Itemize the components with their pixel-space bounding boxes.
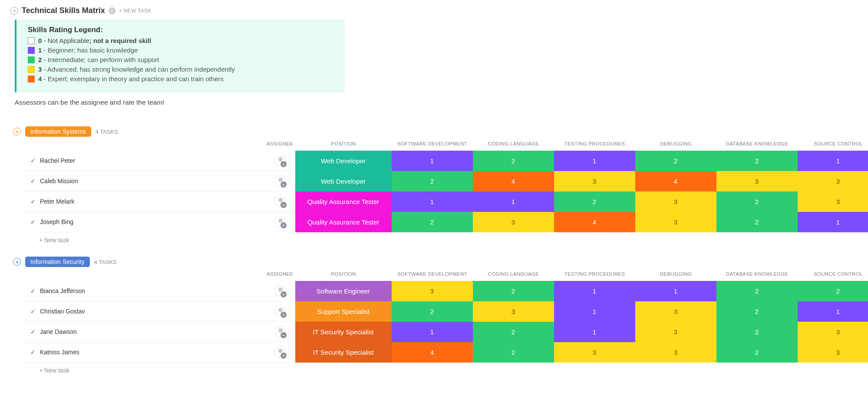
assignee-cell[interactable] — [265, 281, 295, 301]
task-row[interactable]: ✓Jane Dawson — [22, 322, 265, 342]
rating-cell[interactable]: 2 — [716, 281, 798, 301]
task-row[interactable]: ✓Bianca Jefferson — [22, 281, 265, 301]
column-header[interactable]: SOURCE CONTROL — [798, 138, 868, 151]
column-header[interactable]: SOFTWARE DEVELOPMENT — [392, 268, 473, 281]
rating-cell[interactable]: 2 — [473, 322, 554, 342]
assignee-add-icon[interactable] — [274, 346, 286, 358]
rating-cell[interactable]: 3 — [635, 301, 716, 322]
column-header[interactable]: ASSIGNEE — [265, 268, 295, 281]
assignee-add-icon[interactable] — [274, 196, 286, 207]
rating-cell[interactable]: 2 — [716, 212, 798, 232]
rating-cell[interactable]: 1 — [554, 301, 635, 322]
position-cell[interactable]: Software Engineer — [295, 281, 392, 301]
rating-cell[interactable]: 2 — [392, 301, 473, 322]
column-header[interactable] — [22, 138, 265, 151]
rating-cell[interactable]: 2 — [798, 281, 868, 301]
section-collapse-toggle[interactable]: ▾ — [10, 7, 18, 15]
rating-cell[interactable]: 2 — [392, 212, 473, 232]
column-header[interactable]: DATABASE KNOWLEDGE — [716, 138, 798, 151]
position-cell[interactable]: IT Security Specialist — [295, 342, 392, 363]
assignee-cell[interactable] — [265, 342, 295, 363]
rating-cell[interactable]: 2 — [473, 342, 554, 363]
rating-cell[interactable]: 3 — [554, 342, 635, 363]
rating-cell[interactable]: 1 — [554, 281, 635, 301]
rating-cell[interactable]: 4 — [635, 171, 716, 191]
column-header[interactable]: POSITION — [295, 138, 392, 151]
rating-cell[interactable]: 2 — [716, 191, 798, 212]
task-row[interactable]: ✓Peter Melark — [22, 191, 265, 212]
position-cell[interactable]: Web Developer — [295, 151, 392, 171]
rating-cell[interactable]: 4 — [554, 212, 635, 232]
rating-cell[interactable]: 3 — [798, 342, 868, 363]
rating-cell[interactable]: 3 — [635, 212, 716, 232]
rating-cell[interactable]: 2 — [473, 281, 554, 301]
task-row[interactable]: ✓Christian Gostav — [22, 301, 265, 322]
rating-cell[interactable]: 3 — [635, 191, 716, 212]
assignee-add-icon[interactable] — [274, 155, 286, 166]
assignee-add-icon[interactable] — [274, 175, 286, 187]
assignee-add-icon[interactable] — [274, 326, 286, 337]
rating-cell[interactable]: 1 — [392, 191, 473, 212]
assignee-cell[interactable] — [265, 171, 295, 191]
rating-cell[interactable]: 3 — [635, 342, 716, 363]
rating-cell[interactable]: 2 — [716, 301, 798, 322]
rating-cell[interactable]: 1 — [798, 212, 868, 232]
rating-cell[interactable]: 3 — [473, 212, 554, 232]
column-header[interactable]: SOURCE CONTROL — [798, 268, 868, 281]
rating-cell[interactable]: 3 — [554, 171, 635, 191]
rating-cell[interactable]: 4 — [473, 171, 554, 191]
task-row[interactable]: ✓Katniss James — [22, 342, 265, 363]
new-task-row[interactable]: + New task — [22, 232, 868, 245]
group-pill[interactable]: Information Security — [25, 257, 90, 267]
column-header[interactable]: TESTING PROCEDURES — [554, 138, 635, 151]
column-header[interactable]: TESTING PROCEDURES — [554, 268, 635, 281]
column-header[interactable]: DEBUGGING — [635, 138, 716, 151]
rating-cell[interactable]: 4 — [392, 342, 473, 363]
rating-cell[interactable]: 3 — [798, 322, 868, 342]
rating-cell[interactable]: 1 — [473, 191, 554, 212]
rating-cell[interactable]: 3 — [473, 301, 554, 322]
position-cell[interactable]: Web Developer — [295, 171, 392, 191]
rating-cell[interactable]: 1 — [554, 151, 635, 171]
column-header[interactable]: SOFTWARE DEVELOPMENT — [392, 138, 473, 151]
group-collapse-toggle[interactable]: ▾ — [13, 258, 21, 266]
rating-cell[interactable]: 2 — [473, 151, 554, 171]
rating-cell[interactable]: 1 — [798, 151, 868, 171]
assignee-cell[interactable] — [265, 151, 295, 171]
task-row[interactable]: ✓Caleb Mission — [22, 171, 265, 191]
rating-cell[interactable]: 3 — [798, 191, 868, 212]
column-header[interactable] — [22, 268, 265, 281]
new-task-button[interactable]: + NEW TASK — [119, 8, 152, 14]
rating-cell[interactable]: 3 — [716, 171, 798, 191]
rating-cell[interactable]: 3 — [392, 281, 473, 301]
task-row[interactable]: ✓Rachel Peter — [22, 151, 265, 171]
rating-cell[interactable]: 1 — [392, 322, 473, 342]
task-row[interactable]: ✓Joseph Bing — [22, 212, 265, 232]
rating-cell[interactable]: 2 — [554, 191, 635, 212]
column-header[interactable]: DATABASE KNOWLEDGE — [716, 268, 798, 281]
rating-cell[interactable]: 2 — [635, 151, 716, 171]
rating-cell[interactable]: 2 — [392, 171, 473, 191]
column-header[interactable]: POSITION — [295, 268, 392, 281]
new-task-row[interactable]: + New task — [22, 363, 868, 376]
column-header[interactable]: DEBUGGING — [635, 268, 716, 281]
rating-cell[interactable]: 2 — [716, 322, 798, 342]
assignee-cell[interactable] — [265, 191, 295, 212]
column-header[interactable]: ASSIGNEE — [265, 138, 295, 151]
rating-cell[interactable]: 3 — [798, 171, 868, 191]
column-header[interactable]: CODING LANGUAGE — [473, 268, 554, 281]
info-icon[interactable]: i — [109, 7, 116, 14]
position-cell[interactable]: Support Specialist — [295, 301, 392, 322]
rating-cell[interactable]: 2 — [716, 151, 798, 171]
position-cell[interactable]: Quality Assurance Tester — [295, 212, 392, 232]
group-collapse-toggle[interactable]: ▾ — [13, 128, 21, 135]
assignee-cell[interactable] — [265, 322, 295, 342]
group-pill[interactable]: Information Systems — [25, 126, 91, 137]
rating-cell[interactable]: 3 — [635, 322, 716, 342]
rating-cell[interactable]: 1 — [554, 322, 635, 342]
assignee-cell[interactable] — [265, 301, 295, 322]
rating-cell[interactable]: 1 — [392, 151, 473, 171]
position-cell[interactable]: Quality Assurance Tester — [295, 191, 392, 212]
rating-cell[interactable]: 1 — [635, 281, 716, 301]
rating-cell[interactable]: 2 — [716, 342, 798, 363]
